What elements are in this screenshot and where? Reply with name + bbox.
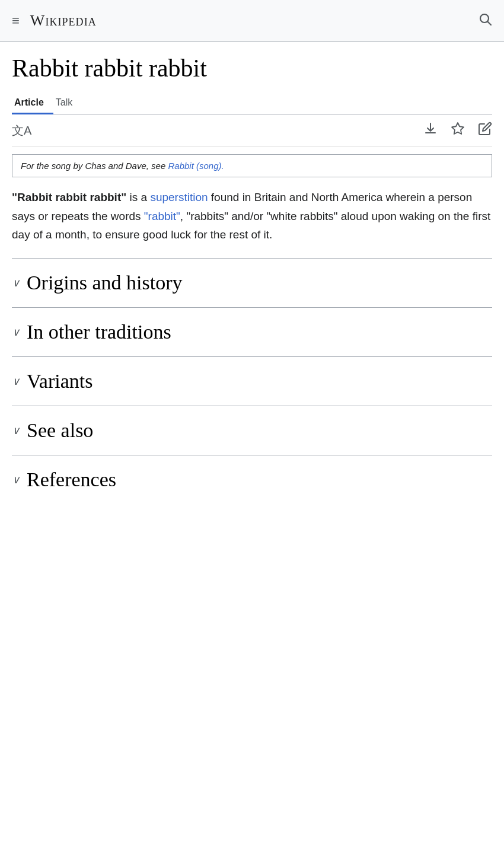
chevron-origins: ∨ <box>12 276 20 289</box>
toolbar-right <box>423 122 492 139</box>
site-header: ≡ Wikipedia <box>0 0 504 42</box>
toolbar-left: 文A <box>12 123 31 139</box>
section-header-origins[interactable]: ∨ Origins and history <box>12 259 492 307</box>
hatnote: For the song by Chas and Dave, see Rabbi… <box>12 154 492 177</box>
article-toolbar: 文A <box>12 114 492 147</box>
bold-title: "Rabbit rabbit rabbit" <box>12 191 126 203</box>
search-icon[interactable] <box>478 12 492 30</box>
bookmark-icon[interactable] <box>451 122 465 139</box>
section-title-origins: Origins and history <box>27 272 183 294</box>
chevron-references: ∨ <box>12 473 20 486</box>
section-see-also: ∨ See also <box>12 406 492 455</box>
page-title: Rabbit rabbit rabbit <box>12 53 492 83</box>
section-references: ∨ References <box>12 455 492 504</box>
tab-article[interactable]: Article <box>12 93 53 114</box>
section-title-variants: Variants <box>27 370 92 393</box>
text-after-bold: is a <box>126 191 150 203</box>
article-body: "Rabbit rabbit rabbit" is a superstition… <box>12 188 492 244</box>
section-origins: ∨ Origins and history <box>12 258 492 307</box>
translate-icon[interactable]: 文A <box>12 123 31 139</box>
section-title-traditions: In other traditions <box>27 321 171 343</box>
site-name: Wikipedia <box>30 12 97 30</box>
superstition-link[interactable]: superstition <box>150 191 208 203</box>
header-left: ≡ Wikipedia <box>12 12 97 30</box>
hatnote-link[interactable]: Rabbit (song). <box>168 161 224 171</box>
section-traditions: ∨ In other traditions <box>12 307 492 356</box>
chevron-see-also: ∨ <box>12 424 20 437</box>
article-main: Rabbit rabbit rabbit Article Talk 文A <box>0 42 504 522</box>
menu-icon[interactable]: ≡ <box>12 14 20 27</box>
edit-icon[interactable] <box>478 122 492 139</box>
section-header-see-also[interactable]: ∨ See also <box>12 406 492 455</box>
download-icon[interactable] <box>423 122 438 139</box>
section-header-references[interactable]: ∨ References <box>12 455 492 504</box>
chevron-traditions: ∨ <box>12 326 20 339</box>
hatnote-text-before: For the song by Chas and Dave, see <box>21 161 168 171</box>
sections-container: ∨ Origins and history ∨ In other traditi… <box>12 258 492 504</box>
section-title-see-also: See also <box>27 419 93 442</box>
tab-talk[interactable]: Talk <box>53 93 82 114</box>
article-tabs: Article Talk <box>12 93 492 114</box>
section-title-references: References <box>27 468 116 491</box>
chevron-variants: ∨ <box>12 375 20 388</box>
rabbit-link[interactable]: "rabbit" <box>144 210 180 222</box>
svg-line-1 <box>488 21 492 25</box>
svg-marker-2 <box>452 123 464 134</box>
section-variants: ∨ Variants <box>12 356 492 406</box>
section-header-variants[interactable]: ∨ Variants <box>12 357 492 406</box>
section-header-traditions[interactable]: ∨ In other traditions <box>12 308 492 356</box>
